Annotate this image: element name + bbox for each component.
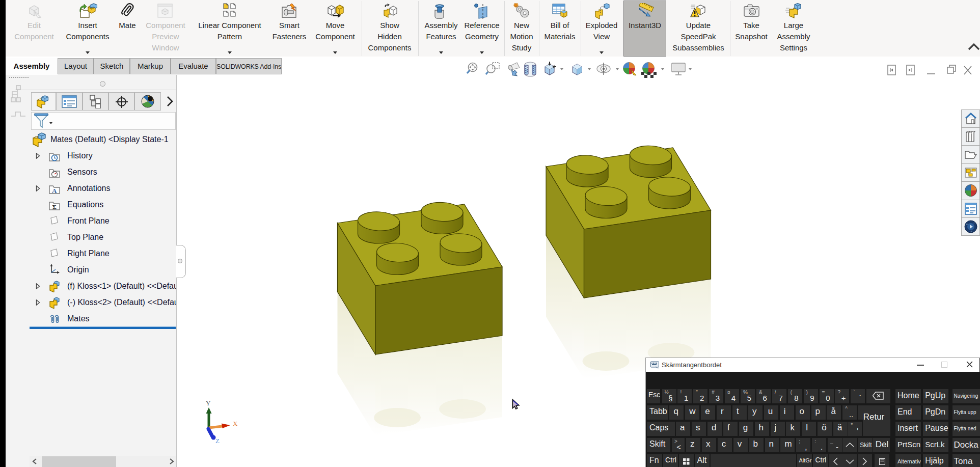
svg-text:t.8: t.8: [970, 230, 972, 233]
svg-text:A: A: [52, 187, 57, 195]
svg-text:Σ: Σ: [52, 203, 57, 211]
svg-text:30: 30: [966, 223, 968, 226]
svg-text:Z: Z: [215, 437, 220, 445]
svg-text:Y: Y: [206, 399, 211, 407]
svg-text:X: X: [233, 420, 238, 427]
